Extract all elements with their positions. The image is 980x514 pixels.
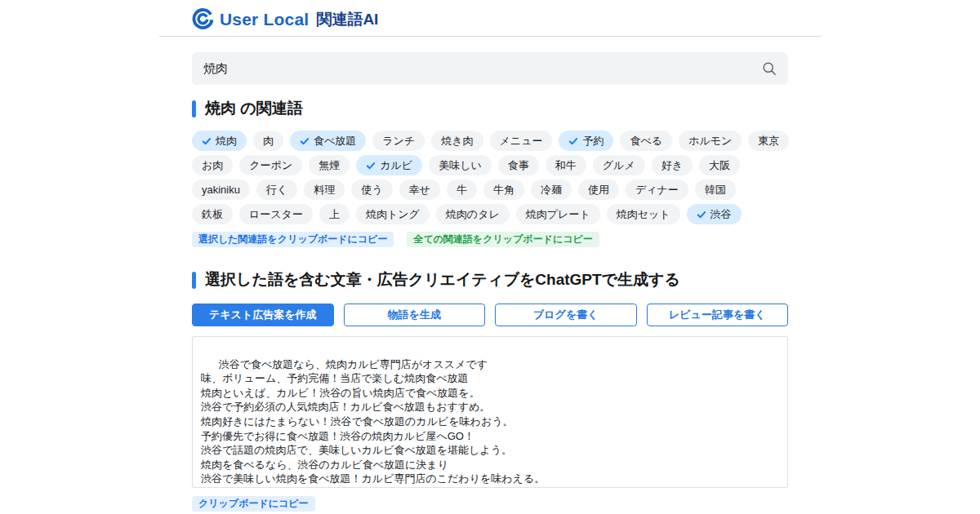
related-word-chip[interactable]: カルビ bbox=[356, 155, 422, 175]
header: User Local 関連語AI bbox=[159, 0, 821, 37]
related-word-chip[interactable]: ロースター bbox=[239, 204, 313, 224]
chip-label: ロースター bbox=[249, 207, 303, 221]
related-word-chip[interactable]: お肉 bbox=[192, 155, 233, 175]
userlocal-logo-icon bbox=[192, 8, 214, 30]
chip-label: 美味しい bbox=[439, 158, 482, 172]
related-word-chip[interactable]: 予約 bbox=[559, 131, 613, 151]
related-word-chip[interactable]: メニュー bbox=[490, 131, 553, 151]
brand-logo[interactable]: User Local 関連語AI bbox=[192, 8, 788, 30]
related-word-chip[interactable]: ランチ bbox=[372, 131, 425, 151]
related-word-chip[interactable]: 食べ放題 bbox=[290, 131, 366, 151]
check-icon bbox=[366, 161, 376, 171]
chip-label: 鉄板 bbox=[202, 207, 223, 221]
chip-label: 東京 bbox=[758, 134, 779, 148]
related-word-chip[interactable]: 好き bbox=[652, 155, 693, 175]
related-word-chip[interactable]: 鉄板 bbox=[192, 204, 233, 224]
related-word-chip[interactable]: 大阪 bbox=[699, 155, 740, 175]
related-word-chip[interactable]: 肉 bbox=[253, 131, 283, 151]
related-word-chip[interactable]: ホルモン bbox=[679, 131, 742, 151]
related-word-chip[interactable]: 牛 bbox=[447, 179, 477, 200]
check-icon bbox=[568, 136, 578, 146]
generate-action-button[interactable]: ブログを書く bbox=[495, 304, 637, 326]
related-word-chip[interactable]: 焼肉 bbox=[192, 131, 247, 151]
related-words-heading: 焼肉 の関連語 bbox=[192, 98, 788, 119]
chip-label: 肉 bbox=[263, 134, 274, 148]
chip-label: ディナー bbox=[635, 183, 679, 197]
related-word-chip[interactable]: 冷麺 bbox=[531, 179, 572, 200]
chip-label: 焼肉プレート bbox=[526, 207, 590, 221]
bottom-copy-row: クリップボードにコピー bbox=[192, 495, 788, 512]
related-words-heading-text: 焼肉 の関連語 bbox=[205, 98, 303, 119]
generated-text: 渋谷で食べ放題なら、焼肉カルビ専門店がオススメです 味、ボリューム、予約完備！当… bbox=[201, 358, 545, 488]
chip-label: 使用 bbox=[588, 183, 609, 197]
chip-label: 焼き肉 bbox=[441, 134, 473, 148]
related-word-chip[interactable]: 無煙 bbox=[309, 155, 350, 175]
related-word-chip[interactable]: 焼肉トング bbox=[356, 204, 430, 224]
generate-heading: 選択した語を含む文章・広告クリエイティブをChatGPTで生成する bbox=[192, 269, 788, 290]
chip-label: 好き bbox=[662, 158, 683, 172]
app-name: 関連語AI bbox=[316, 9, 378, 30]
related-chip-rows: 焼肉肉食べ放題ランチ焼き肉メニュー予約食べるホルモン東京お肉クーポン無煙カルビ美… bbox=[192, 131, 788, 224]
chip-label: 食べる bbox=[630, 134, 662, 148]
copy-selected-words-button[interactable]: 選択した関連語をクリップボードにコピー bbox=[192, 232, 394, 247]
related-word-chip[interactable]: 焼肉のタレ bbox=[436, 204, 510, 224]
chip-label: メニュー bbox=[500, 134, 543, 148]
related-word-chip[interactable]: 行く bbox=[256, 179, 297, 200]
copy-links-row: 選択した関連語をクリップボードにコピー 全ての関連語をクリップボードにコピー bbox=[192, 232, 788, 247]
generate-action-button[interactable]: 物語を生成 bbox=[344, 304, 486, 326]
generated-text-area[interactable]: 渋谷で食べ放題なら、焼肉カルビ専門店がオススメです 味、ボリューム、予約完備！当… bbox=[192, 336, 788, 488]
chip-row: 焼肉肉食べ放題ランチ焼き肉メニュー予約食べるホルモン東京 bbox=[192, 131, 788, 151]
chip-label: 焼肉 bbox=[216, 134, 237, 148]
chip-label: 焼肉のタレ bbox=[446, 207, 500, 221]
chip-label: ランチ bbox=[382, 134, 415, 148]
related-word-chip[interactable]: 食事 bbox=[498, 155, 539, 175]
related-word-chip[interactable]: yakiniku bbox=[192, 179, 250, 200]
chip-label: yakiniku bbox=[202, 183, 240, 197]
search-icon[interactable] bbox=[762, 61, 777, 76]
related-word-chip[interactable]: 渋谷 bbox=[687, 204, 742, 224]
related-word-chip[interactable]: 使う bbox=[351, 179, 392, 200]
search-input[interactable] bbox=[203, 62, 762, 76]
generate-action-button[interactable]: レビュー記事を書く bbox=[647, 304, 789, 326]
copy-all-words-button[interactable]: 全ての関連語をクリップボードにコピー bbox=[407, 232, 599, 247]
chip-label: カルビ bbox=[380, 158, 412, 172]
related-word-chip[interactable]: グルメ bbox=[593, 155, 645, 175]
related-word-chip[interactable]: 美味しい bbox=[429, 155, 492, 175]
chip-label: 予約 bbox=[582, 134, 604, 148]
chip-label: 無煙 bbox=[318, 158, 340, 172]
related-word-chip[interactable]: 食べる bbox=[620, 131, 672, 151]
chip-label: 渋谷 bbox=[710, 207, 732, 221]
chip-label: 料理 bbox=[314, 183, 335, 197]
related-word-chip[interactable]: 使用 bbox=[578, 179, 619, 200]
related-word-chip[interactable]: 韓国 bbox=[695, 179, 736, 200]
chip-label: 使う bbox=[361, 183, 382, 197]
related-word-chip[interactable]: 幸せ bbox=[399, 179, 440, 200]
chip-label: ホルモン bbox=[688, 134, 732, 148]
chip-label: 上 bbox=[329, 207, 340, 221]
related-word-chip[interactable]: 料理 bbox=[304, 179, 345, 200]
chip-label: クーポン bbox=[249, 158, 292, 172]
chip-label: 和牛 bbox=[555, 158, 577, 172]
related-word-chip[interactable]: 上 bbox=[319, 204, 350, 224]
copy-generated-text-button[interactable]: クリップボードにコピー bbox=[192, 496, 315, 512]
content: 焼肉 の関連語 焼肉肉食べ放題ランチ焼き肉メニュー予約食べるホルモン東京お肉クー… bbox=[159, 52, 821, 512]
related-word-chip[interactable]: クーポン bbox=[239, 155, 302, 175]
chip-label: 行く bbox=[266, 183, 287, 197]
generate-buttons: テキスト広告案を作成物語を生成ブログを書くレビュー記事を書く bbox=[192, 304, 788, 326]
chip-row: 鉄板ロースター上焼肉トング焼肉のタレ焼肉プレート焼肉セット渋谷 bbox=[192, 204, 788, 224]
related-word-chip[interactable]: 焼き肉 bbox=[431, 131, 483, 151]
chip-row: yakiniku行く料理使う幸せ牛牛角冷麺使用ディナー韓国 bbox=[192, 179, 788, 200]
related-word-chip[interactable]: 牛角 bbox=[483, 179, 524, 200]
chip-label: 焼肉トング bbox=[366, 207, 420, 221]
related-word-chip[interactable]: 焼肉セット bbox=[607, 204, 680, 224]
chip-label: 牛角 bbox=[493, 183, 514, 197]
generate-action-button[interactable]: テキスト広告案を作成 bbox=[192, 304, 334, 326]
chip-label: お肉 bbox=[202, 158, 223, 172]
chip-label: 食べ放題 bbox=[314, 134, 356, 148]
chip-label: 冷麺 bbox=[541, 183, 562, 197]
chip-label: 牛 bbox=[457, 183, 467, 197]
related-word-chip[interactable]: 焼肉プレート bbox=[516, 204, 600, 224]
related-word-chip[interactable]: ディナー bbox=[626, 179, 688, 200]
related-word-chip[interactable]: 東京 bbox=[748, 131, 789, 151]
related-word-chip[interactable]: 和牛 bbox=[546, 155, 586, 175]
